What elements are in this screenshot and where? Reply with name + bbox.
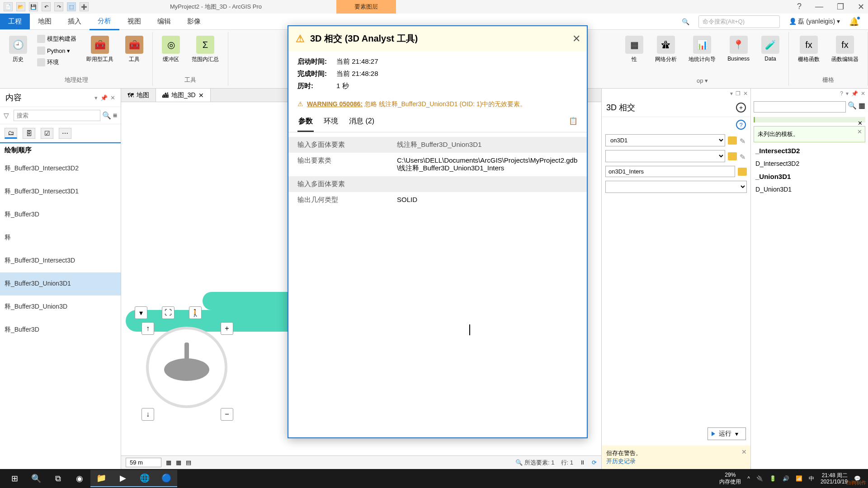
toc-item[interactable]: 释_Buffer3D_Intersect3D1 xyxy=(0,180,121,203)
tray-battery-icon[interactable]: 🔋 xyxy=(769,475,776,482)
copy-icon[interactable]: 📋 xyxy=(569,117,578,125)
pencil-icon[interactable]: ✎ xyxy=(740,153,747,160)
context-tab-feature-layer[interactable]: 要素图层 xyxy=(336,0,396,14)
navigator-widget[interactable]: ▾ ⛶ 🚶 ↑ + ↓ − xyxy=(130,306,243,433)
list-by-source-icon[interactable]: 🗄 xyxy=(23,128,35,139)
close-tab-icon[interactable]: ✕ xyxy=(198,92,204,99)
contents-search[interactable] xyxy=(14,110,100,121)
redo-icon[interactable]: ↷ xyxy=(54,2,63,11)
refresh-icon[interactable]: ⟳ xyxy=(592,459,597,466)
task-view-button[interactable]: ⧉ xyxy=(47,470,69,487)
folder-icon[interactable] xyxy=(738,168,747,176)
grid-icon[interactable]: ▦ xyxy=(166,459,171,466)
pause-icon[interactable]: ⏸ xyxy=(580,459,585,466)
clock[interactable]: 21:48 周二2021/10/19 xyxy=(821,472,848,485)
ready-tools-button[interactable]: 🧰即用型工具 xyxy=(83,34,117,65)
raster-functions-button[interactable]: fx栅格函数 xyxy=(794,34,823,65)
nav-ball[interactable] xyxy=(164,358,209,381)
cf-help-icon[interactable]: ? xyxy=(840,90,843,97)
nav-zoom-out-icon[interactable]: − xyxy=(221,408,233,421)
user-badge[interactable]: 👤 磊 (yanleigis) ▾ xyxy=(789,18,840,26)
data-button[interactable]: 🧪Data xyxy=(758,34,783,64)
template-item[interactable]: D_Intersect3D2 xyxy=(751,157,868,170)
tray-ime[interactable]: 中 xyxy=(809,475,814,483)
tab-project[interactable]: 工程 xyxy=(0,14,30,29)
tab-edit[interactable]: 编辑 xyxy=(149,14,179,29)
gp-dropdown-icon[interactable]: ▾ xyxy=(730,90,733,97)
notifications-icon[interactable]: 🔔 xyxy=(849,17,859,27)
list-by-selection-icon[interactable]: ☑ xyxy=(41,128,53,139)
environments-button[interactable]: 环境 xyxy=(35,57,78,67)
tray-up-icon[interactable]: ^ xyxy=(747,475,750,482)
toc-item[interactable]: 释 xyxy=(0,226,121,249)
folder-icon[interactable] xyxy=(728,136,737,145)
toc-item[interactable]: 释_Buffer3D_Intersect3D2 xyxy=(0,157,121,180)
network-analysis-button[interactable]: 🛣网络分析 xyxy=(651,34,680,65)
summarize-within-button[interactable]: Σ范围内汇总 xyxy=(188,34,222,65)
template-group[interactable]: _Union3D1 xyxy=(751,170,868,183)
geostat-wizard-button[interactable]: 📊地统计向导 xyxy=(685,34,719,65)
app-obs[interactable]: ◉ xyxy=(69,470,90,487)
pencil-icon[interactable]: ✎ xyxy=(740,137,747,144)
list-more-icon[interactable]: ⋯ xyxy=(59,128,71,139)
close-panel-icon[interactable]: ✕ xyxy=(110,94,115,101)
warn-close-icon[interactable]: ✕ xyxy=(857,128,862,135)
template-menu-icon[interactable]: ▦ xyxy=(859,101,865,113)
pin-icon[interactable]: 📌 xyxy=(100,94,108,101)
warning-code-link[interactable]: WARNING 050086: xyxy=(307,100,363,108)
search-go-icon[interactable]: 🔍 xyxy=(102,111,111,120)
filter-icon[interactable]: ▽ xyxy=(4,112,12,120)
search-icon[interactable]: 🔍 xyxy=(848,101,857,113)
list-by-drawing-icon[interactable]: 🗂 xyxy=(5,128,17,139)
buffer-button[interactable]: ◎缓冲区 xyxy=(158,34,184,65)
scale-box[interactable]: 59 m xyxy=(126,458,161,467)
gp-help-icon[interactable]: ? xyxy=(736,120,746,130)
toc-item-selected[interactable]: 释_Buffer3D_Union3D1 xyxy=(0,272,121,296)
gp-restore-icon[interactable]: ❐ xyxy=(736,90,741,97)
history-button[interactable]: 🕘历史 xyxy=(5,34,31,65)
app-arcgis[interactable]: 🔵 xyxy=(156,470,177,487)
maximize-icon[interactable]: ❐ xyxy=(837,2,844,12)
nav-full-extent-icon[interactable]: ⛶ xyxy=(162,306,175,319)
toc-item[interactable]: 释_Buffer3D_Union3D xyxy=(0,296,121,319)
template-item[interactable]: D_Union3D1 xyxy=(751,183,868,196)
snap-icon[interactable]: ▦ xyxy=(176,459,181,466)
popup-tab-params[interactable]: 参数 xyxy=(297,112,314,132)
search-menu-icon[interactable]: ≡ xyxy=(113,112,117,120)
run-button[interactable]: 运行 ▾ xyxy=(708,427,746,440)
folder-icon[interactable] xyxy=(728,152,737,160)
new-project-icon[interactable]: 📄 xyxy=(4,2,13,11)
toc-item[interactable]: 释_Buffer3D xyxy=(0,319,121,342)
template-group[interactable]: _Intersect3D2 xyxy=(751,144,868,157)
gp-warning-close-icon[interactable]: ✕ xyxy=(741,448,747,455)
cf-dropdown-icon[interactable]: ▾ xyxy=(846,90,849,97)
open-project-icon[interactable]: 📂 xyxy=(16,2,25,11)
popup-tab-messages[interactable]: 消息 (2) xyxy=(348,112,375,132)
python-button[interactable]: Python ▾ xyxy=(35,46,78,56)
tab-map[interactable]: 地图 xyxy=(30,14,60,29)
gp-input-multipatch[interactable]: on3D1 xyxy=(605,134,725,146)
cf-pin-icon[interactable]: 📌 xyxy=(851,90,858,97)
template-search[interactable] xyxy=(754,101,846,113)
close-icon[interactable]: ✕ xyxy=(858,2,864,12)
save-icon[interactable]: 💾 xyxy=(29,2,38,11)
table-icon[interactable]: ▤ xyxy=(186,459,191,466)
explore-icon[interactable]: ⬚ xyxy=(67,2,76,11)
gp-history-link[interactable]: 开历史记录 xyxy=(606,458,636,465)
tray-volume-icon[interactable]: 🔊 xyxy=(783,475,789,482)
start-button[interactable]: ⊞ xyxy=(4,470,25,487)
nav-pedestrian-icon[interactable]: 🚶 xyxy=(189,306,202,319)
help-icon[interactable]: ? xyxy=(797,2,802,12)
suitability-button[interactable]: ▦性 xyxy=(622,34,647,65)
function-editor-button[interactable]: fx函数编辑器 xyxy=(828,34,862,65)
gp-input-multipatch-2[interactable] xyxy=(605,150,725,162)
tab-insert[interactable]: 插入 xyxy=(60,14,90,29)
tab-analysis[interactable]: 分析 xyxy=(90,13,119,30)
banner-close-icon[interactable]: ✕ xyxy=(858,120,863,127)
popup-tab-env[interactable]: 环境 xyxy=(323,112,339,132)
popup-close-icon[interactable]: ✕ xyxy=(572,33,580,45)
gp-close-icon[interactable]: ✕ xyxy=(743,90,748,97)
minimize-icon[interactable]: — xyxy=(815,2,823,12)
gp-add-icon[interactable]: + xyxy=(736,103,746,113)
map-tab-3d[interactable]: 🏙地图_3D✕ xyxy=(156,89,211,102)
